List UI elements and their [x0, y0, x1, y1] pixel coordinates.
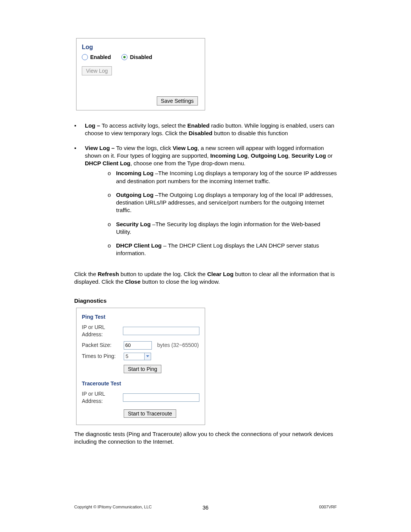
log-panel: Log Enabled Disabled View Log Save Setti…	[76, 38, 205, 110]
log-radio-row: Enabled Disabled	[82, 54, 199, 60]
packet-size-input[interactable]	[124, 341, 152, 350]
circle-bullet-icon: o	[108, 169, 116, 185]
radio-disabled-label: Disabled	[130, 54, 152, 60]
chevron-down-icon	[144, 353, 151, 360]
diagnostics-panel: Ping Test IP or URL Address: Packet Size…	[76, 308, 205, 425]
t: View Log –	[85, 145, 116, 151]
traceroute-ip-label: IP or URL Address:	[82, 390, 123, 405]
t: , choose one from the Type drop-down men…	[131, 160, 245, 166]
t: Security Log	[292, 152, 326, 159]
t: Enabled	[187, 122, 209, 129]
t: DHCP Client Log	[116, 242, 162, 249]
t: To view the logs, click	[116, 145, 172, 151]
t: Outgoing Log	[251, 152, 288, 159]
log-disabled-radio[interactable]: Disabled	[121, 54, 152, 60]
ping-ip-label: IP or URL Address:	[82, 324, 123, 338]
times-to-ping-select[interactable]: 5	[124, 353, 151, 360]
traceroute-ip-input[interactable]	[123, 393, 199, 402]
bullet-icon: ▪	[74, 144, 85, 264]
list-item: ▪ View Log – To view the logs, click Vie…	[74, 144, 337, 264]
page-footer: Copyright © IPitomy Communication, LLC 3…	[74, 505, 337, 509]
t: Clear Log	[207, 271, 233, 277]
t: Refresh	[98, 271, 119, 277]
circle-bullet-icon: o	[108, 220, 116, 236]
list-item: ▪ Log – To access activity logs, select …	[74, 122, 337, 137]
bullet-icon: ▪	[74, 122, 85, 137]
list-item: o Incoming Log –The Incoming Log display…	[108, 169, 337, 185]
packet-size-unit: bytes (32~65500)	[157, 342, 199, 349]
log-panel-title: Log	[82, 44, 199, 51]
t: Close	[125, 278, 140, 285]
t: button to update the log. Click the	[119, 271, 207, 277]
diagnostics-heading: Diagnostics	[74, 297, 337, 305]
t: Incoming Log	[116, 170, 153, 176]
t: or	[326, 152, 333, 159]
ping-ip-input[interactable]	[123, 327, 199, 335]
t: View Log	[173, 145, 198, 151]
list-item: o Security Log –The Security log display…	[108, 220, 337, 236]
circle-bullet-icon: o	[108, 242, 116, 257]
t: button to close the log window.	[140, 278, 220, 285]
t: Incoming Log	[210, 152, 247, 159]
times-to-ping-label: Times to Ping:	[82, 353, 124, 360]
log-enabled-radio[interactable]: Enabled	[82, 54, 111, 60]
start-traceroute-button[interactable]: Start to Traceroute	[124, 409, 176, 418]
save-settings-button[interactable]: Save Settings	[157, 96, 198, 105]
page-number: 36	[74, 505, 337, 511]
traceroute-title: Traceroute Test	[82, 380, 199, 387]
t: button to disable this function	[212, 130, 288, 136]
times-to-ping-value: 5	[126, 353, 128, 360]
t: Outgoing Log	[116, 192, 153, 198]
list-item: o Outgoing Log –The Outgoing Log display…	[108, 191, 337, 214]
t: Disabled	[189, 130, 213, 136]
t: Click the	[74, 271, 98, 277]
t: DHCP Client Log	[85, 160, 131, 166]
t: Security Log	[116, 221, 151, 227]
list-item: o DHCP Client Log – The DHCP Client Log …	[108, 242, 337, 257]
li-log-lead: Log –	[85, 122, 102, 129]
t: To access activity logs, select the	[102, 122, 187, 129]
t: ,	[248, 152, 251, 159]
start-ping-button[interactable]: Start to Ping	[124, 365, 161, 373]
radio-off-icon	[82, 54, 88, 60]
t: ,	[288, 152, 291, 159]
radio-enabled-label: Enabled	[90, 54, 111, 60]
circle-bullet-icon: o	[108, 191, 116, 214]
diagnostics-paragraph: The diagnostic tests (Ping and Tracerout…	[74, 430, 337, 446]
paragraph: Click the Refresh button to update the l…	[74, 270, 337, 286]
radio-on-icon	[121, 54, 127, 60]
content-body: ▪ Log – To access activity logs, select …	[74, 122, 337, 446]
packet-size-label: Packet Size:	[82, 342, 124, 349]
ping-test-title: Ping Test	[82, 313, 199, 321]
view-log-button[interactable]: View Log	[82, 66, 112, 75]
